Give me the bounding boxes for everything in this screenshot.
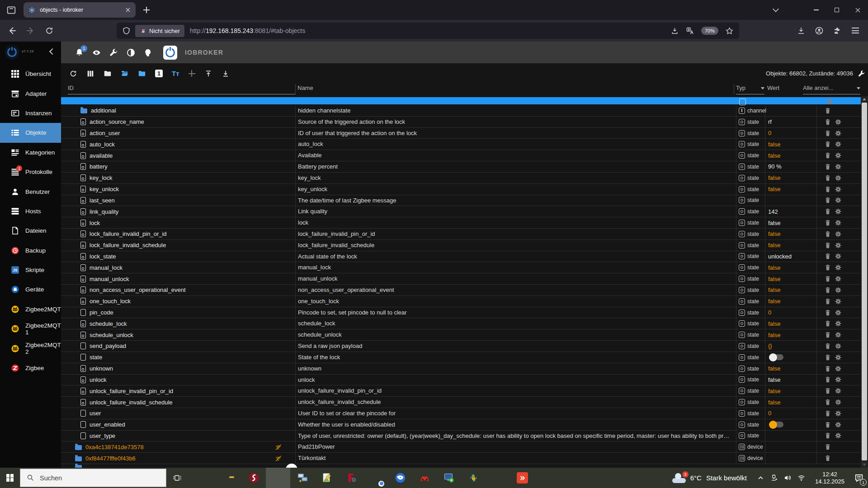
delete-icon[interactable]	[824, 118, 831, 126]
table-row[interactable]: manual_lockmanual_lockstatefalse	[61, 262, 861, 273]
action-center-icon[interactable]: 1	[850, 468, 868, 488]
refresh-icon[interactable]	[69, 70, 77, 78]
edit-gear-icon[interactable]	[835, 152, 842, 159]
table-row[interactable]: lock_failure_invalid_pin_or_idlock_failu…	[61, 229, 861, 240]
taskbar-app-sphere[interactable]	[193, 468, 217, 488]
edit-gear-icon[interactable]	[835, 320, 842, 327]
column-header-type[interactable]: Typ	[736, 84, 764, 94]
url-bar[interactable]: Nicht sicher http://192.168.185.243:8081…	[117, 23, 739, 39]
taskbar-app-edge[interactable]	[486, 468, 510, 488]
table-row[interactable]: action_source_nameSource of the triggere…	[61, 117, 861, 128]
collapse-folders-icon[interactable]	[104, 70, 112, 78]
delete-icon[interactable]	[824, 354, 831, 361]
forward-icon[interactable]	[26, 26, 35, 35]
sidebar-item-kategorien[interactable]: Kategorien	[0, 143, 61, 162]
add-object-icon[interactable]	[189, 70, 195, 77]
delete-icon[interactable]	[824, 399, 831, 406]
delete-icon[interactable]	[824, 174, 831, 182]
table-row[interactable]: pin_codePincode to set, set pincode to n…	[61, 307, 861, 319]
safely-remove-hardware-icon[interactable]	[770, 474, 778, 482]
filter-dropdown[interactable]: Alle anzei...	[803, 84, 860, 94]
bookmark-star-icon[interactable]	[725, 27, 734, 35]
value-toggle[interactable]	[770, 354, 783, 360]
state-value[interactable]: 142	[768, 208, 778, 215]
wifi-icon[interactable]	[797, 474, 805, 482]
taskbar-app-firefox[interactable]	[266, 468, 290, 488]
table-row[interactable]: 0xf84477fffe0f43b6Türkontaktdevice	[61, 453, 861, 464]
extensions-puzzle-icon[interactable]	[833, 26, 842, 35]
state-value[interactable]: false	[768, 186, 780, 192]
delete-icon[interactable]	[824, 253, 831, 260]
delete-icon[interactable]	[824, 264, 831, 271]
state-value[interactable]: false	[768, 220, 780, 226]
table-row[interactable]: additionalhidden channelstatechannel	[61, 105, 861, 117]
state-value[interactable]: false	[768, 320, 780, 327]
sidebar-collapse-icon[interactable]	[49, 48, 56, 55]
downloads-icon[interactable]	[797, 26, 806, 35]
table-row[interactable]: user_typeType of user, unrestricted: own…	[61, 431, 861, 442]
delete-icon[interactable]	[824, 152, 831, 159]
sidebar-item-zigbee2mqtt-1[interactable]: Zigbee2MQTT 1	[0, 319, 61, 338]
upload-objects-icon[interactable]	[204, 70, 212, 78]
download-objects-icon[interactable]	[222, 70, 230, 78]
guided-tour-head-icon[interactable]	[143, 48, 153, 57]
selected-row-partial[interactable]	[61, 97, 861, 104]
shield-icon[interactable]	[122, 27, 131, 35]
table-row[interactable]: userUser ID to set or clear the pincode …	[61, 408, 861, 419]
delete-icon[interactable]	[824, 455, 831, 462]
table-row[interactable]: send_payloadSend a raw json payloadstate…	[61, 341, 861, 352]
table-row[interactable]: lock_stateActual state of the lockstateu…	[61, 251, 861, 263]
sidebar-item-instanzen[interactable]: Instanzen	[0, 103, 61, 123]
edit-gear-icon[interactable]	[835, 387, 842, 394]
edit-gear-icon[interactable]	[835, 230, 842, 238]
settings-wrench-icon[interactable]	[858, 70, 866, 78]
edit-gear-icon[interactable]	[835, 174, 842, 182]
taskbar-app-red-app[interactable]	[241, 468, 266, 488]
delete-icon[interactable]	[824, 275, 831, 282]
edit-gear-icon[interactable]	[835, 242, 842, 249]
table-row[interactable]: key_lockkey_lockstatefalse	[61, 173, 861, 184]
table-row[interactable]: non_access_user_operational_eventnon_acc…	[61, 285, 861, 296]
state-value[interactable]: false	[768, 141, 780, 148]
expand-folders-icon[interactable]	[121, 70, 129, 78]
edit-gear-icon[interactable]	[835, 141, 842, 148]
taskbar-app-remote-desktop[interactable]	[290, 468, 315, 488]
tray-expand-chevron-icon[interactable]	[757, 474, 764, 482]
browser-tab[interactable]: objects - iobroker	[24, 2, 136, 18]
state-value[interactable]: 0	[768, 410, 771, 417]
edit-gear-icon[interactable]	[835, 410, 842, 417]
firefox-view-icon[interactable]	[6, 5, 16, 15]
edit-gear-icon[interactable]	[835, 118, 842, 126]
menu-hamburger-icon[interactable]	[852, 28, 861, 37]
columns-icon[interactable]	[86, 70, 94, 78]
state-value[interactable]: 0	[768, 309, 771, 316]
start-button[interactable]	[0, 468, 20, 488]
state-value[interactable]: false	[768, 230, 780, 237]
state-value[interactable]: false	[768, 365, 780, 372]
delete-icon[interactable]	[824, 107, 831, 114]
taskbar-app-explorer[interactable]	[217, 468, 241, 488]
sidebar-item-backup[interactable]: Backup	[0, 241, 61, 260]
tab-close-icon[interactable]	[125, 7, 131, 13]
volume-icon[interactable]	[784, 474, 792, 482]
taskbar-app-car[interactable]	[412, 468, 437, 488]
notifications-bell-icon[interactable]: 1	[75, 48, 84, 57]
edit-gear-icon[interactable]	[835, 343, 842, 350]
delete-icon[interactable]	[824, 230, 831, 238]
taskbar-app-monitor-green[interactable]	[437, 468, 461, 488]
task-view-icon[interactable]	[166, 468, 188, 488]
sidebar-item-benutzer[interactable]: Benutzer	[0, 182, 61, 201]
delete-icon[interactable]	[824, 242, 831, 249]
delete-icon[interactable]	[824, 410, 831, 417]
edit-gear-icon[interactable]	[835, 275, 842, 282]
back-icon[interactable]	[8, 26, 17, 35]
table-row[interactable]: locklockstatefalse	[61, 217, 861, 229]
edit-gear-icon[interactable]	[835, 208, 842, 215]
edit-gear-icon[interactable]	[835, 219, 842, 226]
account-icon[interactable]	[815, 26, 824, 35]
edit-gear-icon[interactable]	[835, 365, 842, 372]
taskbar-app-f-gear[interactable]	[339, 468, 363, 488]
table-row[interactable]: 0xa4c138741de73578Pad21bPowerdevice	[61, 441, 861, 453]
table-row[interactable]: auto_lockauto_lockstatefalse	[61, 139, 861, 150]
delete-icon[interactable]	[824, 298, 831, 305]
